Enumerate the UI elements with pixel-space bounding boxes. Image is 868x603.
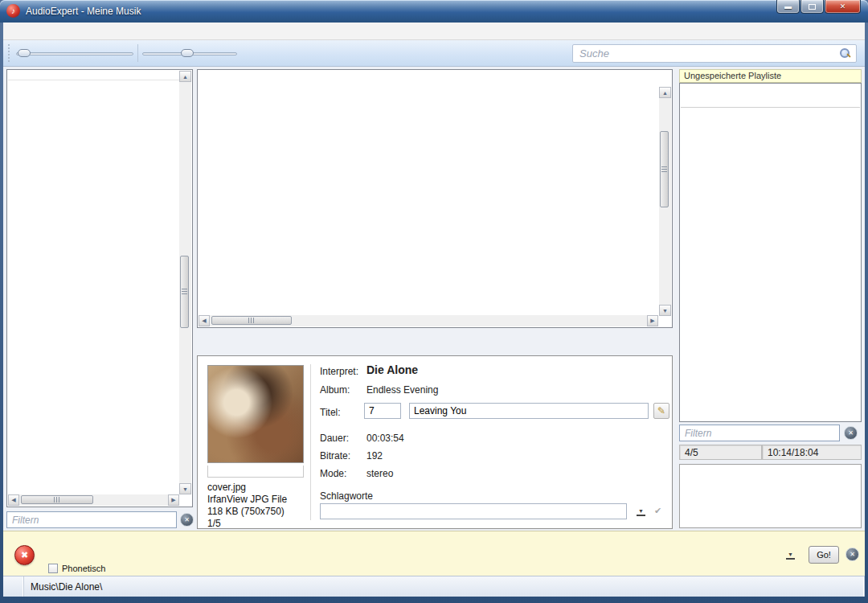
dauer-label: Dauer: bbox=[320, 433, 349, 444]
maximize-button[interactable] bbox=[800, 0, 824, 14]
title-bar: ♪ AudioExpert - Meine Musik ▬ ✕ bbox=[0, 0, 868, 23]
volume-thumb[interactable] bbox=[181, 49, 194, 57]
interpret-label: Interpret: bbox=[320, 366, 358, 377]
playlist-filter-input[interactable] bbox=[679, 425, 840, 441]
status-cell-empty bbox=[3, 576, 24, 597]
window-title: AudioExpert - Meine Musik bbox=[26, 6, 141, 17]
playlist-header bbox=[681, 108, 860, 124]
tree-filter-input[interactable] bbox=[6, 511, 177, 528]
scroll-down-icon[interactable]: ▼ bbox=[179, 483, 191, 494]
scroll-left-icon[interactable]: ◀ bbox=[8, 494, 19, 506]
phonetisch-option[interactable]: Phonetisch bbox=[48, 564, 105, 573]
track-number-input[interactable] bbox=[364, 403, 401, 419]
cover-filesize: 118 KB (750x750) bbox=[207, 506, 285, 517]
playlist-count: 4/5 bbox=[679, 445, 762, 460]
scroll-down-icon[interactable]: ▼ bbox=[659, 305, 671, 316]
now-playing-info bbox=[679, 464, 862, 528]
playlist-title: Ungespeicherte Playliste bbox=[679, 69, 862, 83]
seek-slider[interactable] bbox=[16, 45, 133, 61]
tree-hscroll-thumb[interactable] bbox=[21, 495, 93, 504]
cover-art bbox=[207, 365, 304, 463]
title-input[interactable] bbox=[409, 403, 649, 419]
app-icon: ♪ bbox=[6, 4, 20, 18]
filter-schlagworte-dropdown-icon[interactable]: ▼ bbox=[786, 552, 795, 560]
cover-nav bbox=[207, 466, 304, 478]
scroll-left-icon[interactable]: ◀ bbox=[199, 315, 210, 326]
song-vertical-scrollbar[interactable]: ▲ ▼ bbox=[659, 87, 671, 316]
mode-value: stereo bbox=[366, 468, 393, 479]
library-tree-panel: ▲ ▼ ◀ ▶ bbox=[6, 69, 193, 507]
search-input[interactable] bbox=[573, 47, 839, 59]
minimize-button[interactable]: ▬ bbox=[776, 0, 800, 14]
toolbar-grip bbox=[8, 44, 12, 62]
cover-filename: cover.jpg bbox=[207, 482, 246, 493]
cover-index: 1/5 bbox=[207, 518, 221, 529]
song-table: ▲ ▼ ◀ ▶ bbox=[197, 69, 673, 328]
schlagworte-apply-icon[interactable]: ✔ bbox=[654, 506, 661, 516]
tree-scroll-thumb[interactable] bbox=[180, 256, 189, 328]
playlist-panel bbox=[679, 83, 862, 422]
schlagworte-input[interactable] bbox=[320, 503, 627, 519]
scroll-up-icon[interactable]: ▲ bbox=[179, 71, 191, 82]
seek-thumb[interactable] bbox=[18, 49, 31, 57]
playlist-filter-clear-icon[interactable]: ✕ bbox=[844, 426, 858, 440]
song-hscroll-thumb[interactable] bbox=[211, 316, 292, 325]
bitrate-value: 192 bbox=[366, 450, 383, 461]
song-scroll-thumb[interactable] bbox=[660, 131, 669, 207]
bitrate-label: Bitrate: bbox=[320, 450, 350, 461]
interpret-value: Die Alone bbox=[366, 363, 418, 376]
cover-filetype: IrfanView JPG File bbox=[207, 494, 287, 505]
tree-horizontal-scrollbar[interactable]: ◀ ▶ bbox=[8, 494, 179, 506]
schlagworte-label: Schlagworte bbox=[320, 490, 373, 502]
go-button[interactable]: Go! bbox=[809, 546, 839, 564]
song-table-body bbox=[199, 87, 661, 316]
album-label: Album: bbox=[320, 384, 350, 396]
dauer-value: 00:03:54 bbox=[366, 433, 404, 444]
filter-close-button[interactable]: ✖ bbox=[14, 545, 35, 565]
schlagworte-dropdown-icon[interactable]: ▼ bbox=[637, 508, 645, 516]
playlist-toolbar bbox=[681, 84, 860, 108]
playlist-time: 10:14/18:04 bbox=[762, 445, 862, 460]
volume-slider[interactable] bbox=[142, 45, 237, 61]
album-value: Endless Evening bbox=[366, 384, 438, 396]
song-table-header bbox=[199, 71, 671, 87]
detail-divider bbox=[310, 364, 311, 520]
search-box bbox=[572, 44, 857, 63]
tree-items bbox=[8, 80, 179, 494]
toolbar-separator bbox=[137, 44, 138, 62]
mode-label: Mode: bbox=[320, 468, 346, 479]
scroll-right-icon[interactable]: ▶ bbox=[647, 315, 658, 326]
tree-filter-clear-icon[interactable]: ✕ bbox=[180, 513, 194, 527]
filter-clear-icon[interactable]: ✕ bbox=[845, 548, 859, 561]
main-toolbar bbox=[3, 40, 865, 67]
search-icon[interactable] bbox=[839, 47, 851, 59]
status-bar: Music\Die Alone\ bbox=[3, 576, 865, 597]
filter-bar: ✖ ▼ Go! ✕ Phonetisch bbox=[3, 531, 865, 576]
phonetisch-label: Phonetisch bbox=[62, 564, 105, 573]
detail-panel: cover.jpg IrfanView JPG File 118 KB (750… bbox=[197, 355, 673, 529]
song-horizontal-scrollbar[interactable]: ◀ ▶ bbox=[199, 315, 658, 326]
scroll-right-icon[interactable]: ▶ bbox=[168, 494, 179, 506]
status-path: Music\Die Alone\ bbox=[24, 576, 865, 597]
scroll-up-icon[interactable]: ▲ bbox=[659, 87, 671, 98]
seek-track bbox=[16, 52, 133, 55]
titel-label: Titel: bbox=[320, 407, 341, 418]
tree-vertical-scrollbar[interactable]: ▲ ▼ bbox=[179, 71, 191, 494]
close-button[interactable]: ✕ bbox=[825, 0, 861, 14]
phonetisch-checkbox[interactable] bbox=[48, 564, 58, 573]
edit-title-icon[interactable]: ✎ bbox=[653, 403, 669, 419]
maximize-icon bbox=[809, 4, 816, 10]
tree-header bbox=[8, 71, 179, 80]
menu-bar bbox=[3, 23, 865, 40]
